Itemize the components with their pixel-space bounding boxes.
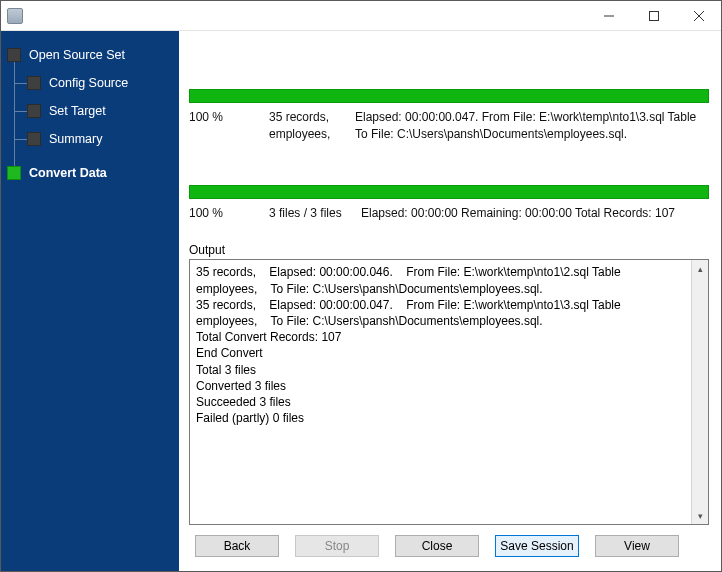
spacer (189, 143, 709, 185)
sidebar-item-convert-data[interactable]: Convert Data (7, 159, 173, 187)
tree-connector (15, 111, 27, 112)
total-progress-detail: Elapsed: 00:00:00 Remaining: 00:00:00 To… (361, 205, 709, 222)
app-window: Open Source Set Config Source Set Target… (0, 0, 722, 572)
sidebar-item-label: Summary (49, 132, 102, 146)
file-progress-percent: 100 % (189, 109, 259, 143)
scrollbar[interactable]: ▴ ▾ (691, 260, 708, 524)
back-button[interactable]: Back (195, 535, 279, 557)
output-textarea[interactable]: 35 records, Elapsed: 00:00:00.046. From … (189, 259, 709, 525)
close-button-action[interactable]: Close (395, 535, 479, 557)
svg-rect-1 (649, 11, 658, 20)
step-box-icon (7, 166, 21, 180)
file-progress-section: 100 % 35 records, employees, Elapsed: 00… (189, 89, 709, 143)
file-progress-detail: Elapsed: 00:00:00.047. From File: E:\wor… (355, 109, 709, 143)
close-button[interactable] (676, 1, 721, 30)
output-content: 35 records, Elapsed: 00:00:00.046. From … (190, 260, 691, 524)
total-progress-percent: 100 % (189, 205, 259, 222)
tree-line (14, 53, 15, 173)
total-progress-files: 3 files / 3 files (269, 205, 351, 222)
sidebar-item-label: Convert Data (29, 166, 107, 180)
total-progress-section: 100 % 3 files / 3 files Elapsed: 00:00:0… (189, 185, 709, 222)
titlebar (1, 1, 721, 31)
maximize-button[interactable] (631, 1, 676, 30)
app-icon (7, 8, 23, 24)
tree-connector (15, 139, 27, 140)
scroll-up-icon[interactable]: ▴ (692, 260, 708, 277)
file-progress-bar (189, 89, 709, 103)
wizard-sidebar: Open Source Set Config Source Set Target… (1, 31, 179, 571)
sidebar-item-config-source[interactable]: Config Source (27, 69, 173, 97)
titlebar-left (7, 8, 29, 24)
total-progress-bar (189, 185, 709, 199)
body: Open Source Set Config Source Set Target… (1, 31, 721, 571)
stop-button[interactable]: Stop (295, 535, 379, 557)
tree-connector (15, 83, 27, 84)
minimize-button[interactable] (586, 1, 631, 30)
button-row: Back Stop Close Save Session View (195, 525, 709, 561)
file-progress-status: 100 % 35 records, employees, Elapsed: 00… (189, 109, 709, 143)
step-box-icon (27, 132, 41, 146)
step-box-icon (27, 76, 41, 90)
sidebar-item-summary[interactable]: Summary (27, 125, 173, 153)
sidebar-item-set-target[interactable]: Set Target (27, 97, 173, 125)
step-box-icon (27, 104, 41, 118)
main-panel: 100 % 35 records, employees, Elapsed: 00… (179, 31, 721, 571)
step-box-icon (7, 48, 21, 62)
file-progress-records: 35 records, employees, (269, 109, 345, 143)
scroll-down-icon[interactable]: ▾ (692, 507, 708, 524)
sidebar-item-open-source-set[interactable]: Open Source Set (7, 41, 173, 69)
window-controls (586, 1, 721, 30)
sidebar-item-label: Set Target (49, 104, 106, 118)
sidebar-item-label: Config Source (49, 76, 128, 90)
sidebar-item-label: Open Source Set (29, 48, 125, 62)
save-session-button[interactable]: Save Session (495, 535, 579, 557)
view-button[interactable]: View (595, 535, 679, 557)
output-label: Output (189, 243, 709, 257)
total-progress-status: 100 % 3 files / 3 files Elapsed: 00:00:0… (189, 205, 709, 222)
